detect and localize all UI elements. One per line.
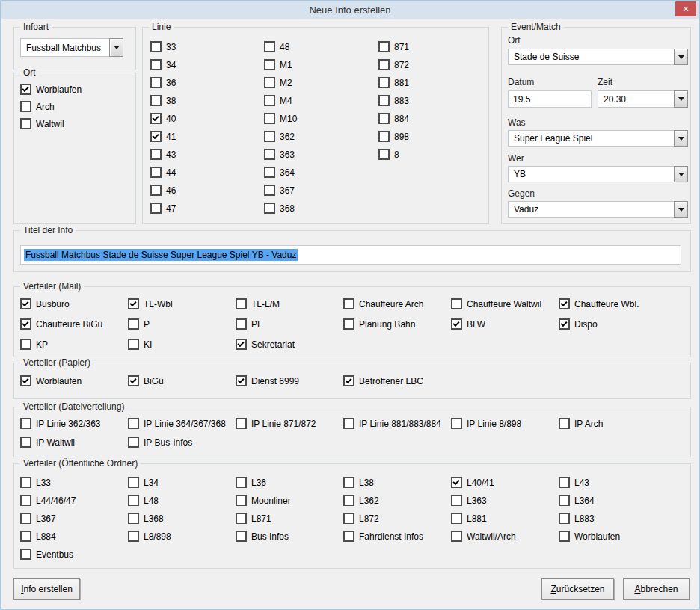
checkbox-item[interactable]: IP Linie 881/883/884 (343, 418, 451, 429)
checkbox-item[interactable]: M1 (264, 59, 297, 70)
checkbox-item[interactable]: L48 (128, 495, 236, 506)
checkbox-item[interactable]: 367 (264, 185, 297, 196)
checkbox-unchecked[interactable] (264, 95, 275, 106)
checkbox-item[interactable]: Bus Infos (236, 531, 343, 542)
titel-input[interactable]: Fussball Matchbus Stade de Suisse Super … (20, 245, 681, 265)
checkbox-item[interactable]: 8 (378, 149, 409, 160)
checkbox-unchecked[interactable] (343, 513, 354, 524)
checkbox-item[interactable]: Waltwil (20, 118, 135, 129)
checkbox-item[interactable]: 36 (150, 77, 176, 88)
checkbox-unchecked[interactable] (264, 149, 275, 160)
checkbox-item[interactable]: Waltwil/Arch (451, 531, 559, 542)
checkbox-unchecked[interactable] (264, 167, 275, 178)
checkbox-unchecked[interactable] (20, 549, 31, 560)
checkbox-unchecked[interactable] (150, 95, 162, 106)
checkbox-item[interactable]: 34 (150, 59, 176, 70)
checkbox-item[interactable]: Arch (20, 101, 135, 112)
infoart-combo[interactable]: Fussball Matchbus (20, 38, 123, 57)
checkbox-item[interactable]: L884 (20, 531, 128, 542)
checkbox-item[interactable]: BLW (451, 318, 559, 330)
checkbox-item[interactable]: Worblaufen (20, 84, 135, 95)
checkbox-item[interactable]: Busbüro (20, 298, 128, 309)
checkbox-item[interactable]: KI (128, 339, 236, 350)
checkbox-unchecked[interactable] (128, 418, 139, 429)
chevron-down-icon[interactable] (674, 90, 688, 108)
checkbox-unchecked[interactable] (128, 477, 139, 488)
checkbox-unchecked[interactable] (378, 41, 390, 52)
close-icon[interactable]: ✕ (675, 1, 696, 16)
checkbox-item[interactable]: IP Linie 362/363 (20, 418, 128, 429)
checkbox-item[interactable]: 33 (150, 41, 176, 52)
checkbox-item[interactable]: IP Linie 871/872 (236, 418, 343, 429)
chevron-down-icon[interactable] (109, 38, 123, 57)
checkbox-unchecked[interactable] (150, 149, 162, 160)
checkbox-unchecked[interactable] (150, 185, 162, 196)
checkbox-item[interactable]: 881 (378, 77, 409, 88)
checkbox-unchecked[interactable] (559, 513, 570, 524)
checkbox-item[interactable]: PF (236, 318, 343, 330)
checkbox-item[interactable]: 898 (378, 131, 409, 142)
checkbox-item[interactable]: L363 (451, 495, 559, 506)
checkbox-unchecked[interactable] (378, 113, 390, 124)
checkbox-unchecked[interactable] (20, 339, 31, 350)
checkbox-unchecked[interactable] (559, 531, 570, 542)
checkbox-checked[interactable] (559, 318, 570, 330)
checkbox-item[interactable]: Eventbus (20, 549, 128, 560)
checkbox-checked[interactable] (128, 298, 139, 309)
checkbox-item[interactable]: 362 (264, 131, 297, 142)
checkbox-unchecked[interactable] (343, 318, 354, 330)
checkbox-item[interactable]: L881 (451, 513, 559, 524)
checkbox-item[interactable]: Planung Bahn (343, 318, 451, 330)
checkbox-item[interactable]: M4 (264, 95, 297, 106)
checkbox-unchecked[interactable] (559, 477, 570, 488)
checkbox-item[interactable]: 40 (150, 113, 176, 124)
checkbox-unchecked[interactable] (343, 298, 354, 309)
checkbox-unchecked[interactable] (343, 495, 354, 506)
checkbox-item[interactable]: L38 (343, 477, 451, 488)
checkbox-item[interactable]: L40/41 (451, 477, 559, 488)
checkbox-item[interactable]: Worblaufen (20, 375, 128, 386)
checkbox-item[interactable]: L362 (343, 495, 451, 506)
event-ort-value[interactable]: Stade de Suisse (508, 49, 674, 65)
checkbox-checked[interactable] (150, 131, 162, 142)
checkbox-unchecked[interactable] (150, 41, 162, 52)
checkbox-unchecked[interactable] (264, 113, 275, 124)
checkbox-item[interactable]: TL-L/M (236, 298, 343, 309)
chevron-down-icon[interactable] (674, 130, 688, 147)
checkbox-unchecked[interactable] (559, 495, 570, 506)
checkbox-item[interactable]: 884 (378, 113, 409, 124)
checkbox-item[interactable]: Moonliner (236, 495, 343, 506)
checkbox-unchecked[interactable] (20, 477, 31, 488)
checkbox-unchecked[interactable] (128, 531, 139, 542)
checkbox-item[interactable]: L883 (559, 513, 684, 524)
checkbox-unchecked[interactable] (451, 418, 462, 429)
checkbox-item[interactable]: Worblaufen (559, 531, 684, 542)
checkbox-item[interactable]: BiGü (128, 375, 236, 386)
checkbox-unchecked[interactable] (343, 418, 354, 429)
checkbox-item[interactable]: 872 (378, 59, 409, 70)
event-datum-input[interactable]: 19.5 (508, 90, 592, 108)
checkbox-item[interactable]: 44 (150, 167, 176, 178)
checkbox-item[interactable]: Dispo (559, 318, 684, 330)
checkbox-unchecked[interactable] (451, 495, 462, 506)
checkbox-item[interactable]: Fahrdienst Infos (343, 531, 451, 542)
checkbox-unchecked[interactable] (236, 318, 247, 330)
checkbox-unchecked[interactable] (264, 131, 275, 142)
checkbox-item[interactable]: 38 (150, 95, 176, 106)
checkbox-item[interactable]: 871 (378, 41, 409, 52)
checkbox-checked[interactable] (20, 298, 31, 309)
checkbox-item[interactable]: 883 (378, 95, 409, 106)
event-wer-value[interactable]: YB (508, 166, 674, 182)
event-was-value[interactable]: Super League Spiel (508, 130, 674, 147)
checkbox-checked[interactable] (128, 375, 139, 386)
checkbox-item[interactable]: IP Linie 8/898 (451, 418, 559, 429)
checkbox-unchecked[interactable] (451, 513, 462, 524)
checkbox-unchecked[interactable] (236, 477, 247, 488)
checkbox-item[interactable]: TL-Wbl (128, 298, 236, 309)
checkbox-unchecked[interactable] (264, 59, 275, 70)
checkbox-unchecked[interactable] (20, 437, 31, 448)
checkbox-item[interactable]: M2 (264, 77, 297, 88)
event-zeit-value[interactable]: 20.30 (598, 90, 674, 108)
checkbox-unchecked[interactable] (236, 418, 247, 429)
checkbox-item[interactable]: 363 (264, 149, 297, 160)
